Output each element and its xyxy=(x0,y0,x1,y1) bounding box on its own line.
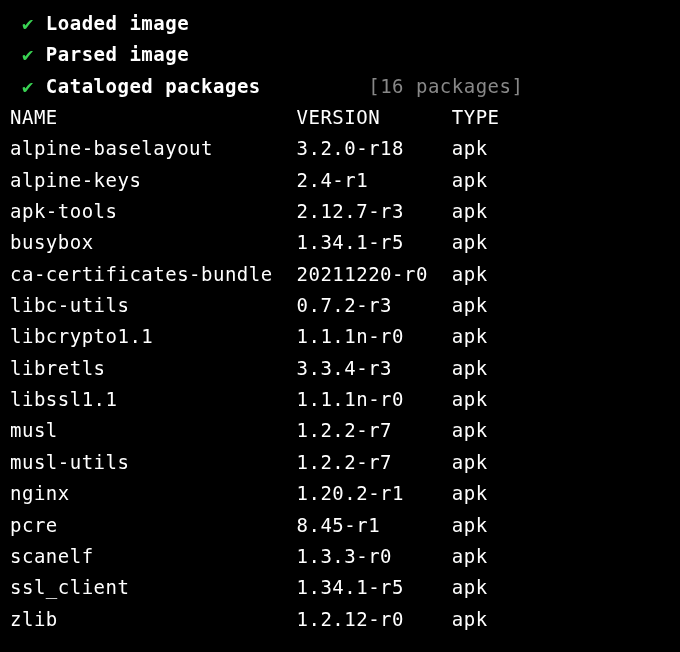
table-row: libretls 3.3.4-r3 apk xyxy=(10,353,670,384)
package-name: libcrypto1.1 xyxy=(10,325,297,347)
package-type: apk xyxy=(452,200,488,222)
package-type: apk xyxy=(452,294,488,316)
package-type: apk xyxy=(452,608,488,630)
package-name: musl xyxy=(10,419,297,441)
package-type: apk xyxy=(452,357,488,379)
package-version: 1.3.3-r0 xyxy=(297,545,452,567)
package-version: 1.20.2-r1 xyxy=(297,482,452,504)
package-name: scanelf xyxy=(10,545,297,567)
package-version: 1.1.1n-r0 xyxy=(297,325,452,347)
package-version: 20211220-r0 xyxy=(297,263,452,285)
package-name: ssl_client xyxy=(10,576,297,598)
package-type: apk xyxy=(452,388,488,410)
package-version: 2.4-r1 xyxy=(297,169,452,191)
table-row: scanelf 1.3.3-r0 apk xyxy=(10,541,670,572)
table-row: musl 1.2.2-r7 apk xyxy=(10,415,670,446)
package-name: zlib xyxy=(10,608,297,630)
column-header-type: TYPE xyxy=(452,106,500,128)
package-version: 1.1.1n-r0 xyxy=(297,388,452,410)
check-icon: ✔ xyxy=(22,43,34,65)
column-header-name: NAME xyxy=(10,106,297,128)
package-name: ca-certificates-bundle xyxy=(10,263,297,285)
package-name: libc-utils xyxy=(10,294,297,316)
package-version: 0.7.2-r3 xyxy=(297,294,452,316)
package-table: NAME VERSION TYPEalpine-baselayout 3.2.0… xyxy=(10,102,670,635)
package-type: apk xyxy=(452,576,488,598)
package-name: busybox xyxy=(10,231,297,253)
package-version: 1.34.1-r5 xyxy=(297,576,452,598)
package-name: nginx xyxy=(10,482,297,504)
table-header: NAME VERSION TYPE xyxy=(10,102,670,133)
table-row: apk-tools 2.12.7-r3 apk xyxy=(10,196,670,227)
table-row: pcre 8.45-r1 apk xyxy=(10,510,670,541)
table-row: ssl_client 1.34.1-r5 apk xyxy=(10,572,670,603)
package-type: apk xyxy=(452,325,488,347)
table-row: ca-certificates-bundle 20211220-r0 apk xyxy=(10,259,670,290)
package-name: libssl1.1 xyxy=(10,388,297,410)
package-type: apk xyxy=(452,137,488,159)
table-row: zlib 1.2.12-r0 apk xyxy=(10,604,670,635)
table-row: libssl1.1 1.1.1n-r0 apk xyxy=(10,384,670,415)
step-suffix: [16 packages] xyxy=(368,75,523,97)
step-label: Loaded image xyxy=(46,12,189,34)
package-type: apk xyxy=(452,482,488,504)
package-name: alpine-baselayout xyxy=(10,137,297,159)
table-row: alpine-keys 2.4-r1 apk xyxy=(10,165,670,196)
table-row: libc-utils 0.7.2-r3 apk xyxy=(10,290,670,321)
package-version: 1.2.2-r7 xyxy=(297,419,452,441)
package-version: 1.2.12-r0 xyxy=(297,608,452,630)
package-type: apk xyxy=(452,545,488,567)
progress-step: ✔ Cataloged packages [16 packages] xyxy=(10,71,670,102)
package-name: pcre xyxy=(10,514,297,536)
table-row: busybox 1.34.1-r5 apk xyxy=(10,227,670,258)
package-name: apk-tools xyxy=(10,200,297,222)
step-label: Cataloged packages xyxy=(46,75,261,97)
progress-step: ✔ Parsed image xyxy=(10,39,670,70)
progress-step: ✔ Loaded image xyxy=(10,8,670,39)
package-type: apk xyxy=(452,419,488,441)
table-row: musl-utils 1.2.2-r7 apk xyxy=(10,447,670,478)
table-row: alpine-baselayout 3.2.0-r18 apk xyxy=(10,133,670,164)
package-type: apk xyxy=(452,169,488,191)
step-label: Parsed image xyxy=(46,43,189,65)
package-name: libretls xyxy=(10,357,297,379)
check-icon: ✔ xyxy=(22,12,34,34)
package-version: 1.2.2-r7 xyxy=(297,451,452,473)
package-version: 2.12.7-r3 xyxy=(297,200,452,222)
table-row: nginx 1.20.2-r1 apk xyxy=(10,478,670,509)
package-name: alpine-keys xyxy=(10,169,297,191)
column-header-version: VERSION xyxy=(297,106,452,128)
package-version: 8.45-r1 xyxy=(297,514,452,536)
progress-steps: ✔ Loaded image ✔ Parsed image ✔ Cataloge… xyxy=(10,8,670,102)
package-type: apk xyxy=(452,514,488,536)
package-name: musl-utils xyxy=(10,451,297,473)
package-type: apk xyxy=(452,451,488,473)
package-version: 3.3.4-r3 xyxy=(297,357,452,379)
table-row: libcrypto1.1 1.1.1n-r0 apk xyxy=(10,321,670,352)
package-type: apk xyxy=(452,263,488,285)
check-icon: ✔ xyxy=(22,75,34,97)
package-version: 3.2.0-r18 xyxy=(297,137,452,159)
package-type: apk xyxy=(452,231,488,253)
package-version: 1.34.1-r5 xyxy=(297,231,452,253)
